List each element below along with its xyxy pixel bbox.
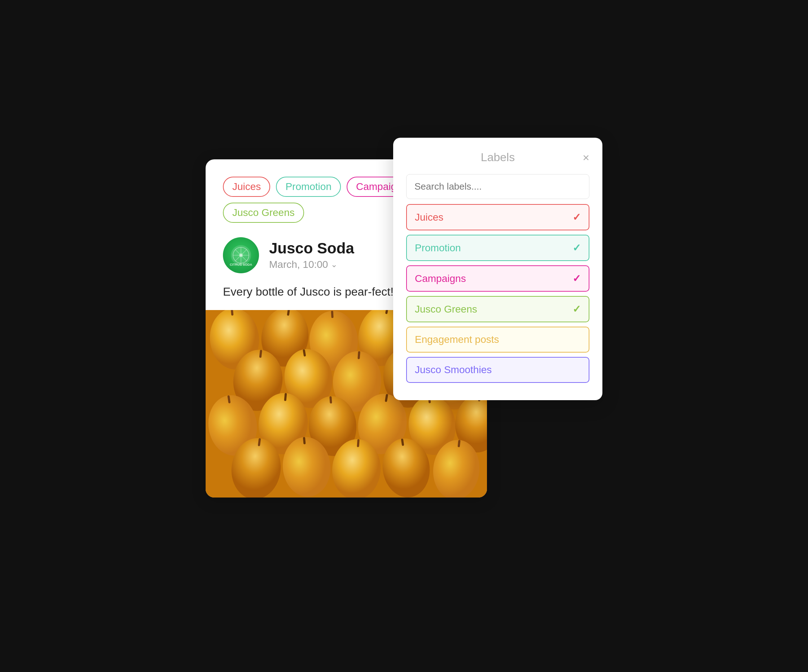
check-campaigns-icon: ✓ — [573, 273, 581, 284]
svg-text:CITRUS SODA: CITRUS SODA — [230, 263, 252, 267]
close-button[interactable]: × — [583, 152, 589, 163]
tag-jusco-greens[interactable]: Jusco Greens — [223, 203, 304, 223]
labels-popup: Labels × Juices ✓ Promotion ✓ Campaigns … — [393, 138, 603, 400]
label-item-smoothies[interactable]: Jusco Smoothies — [406, 357, 589, 383]
label-engagement-text: Engagement posts — [415, 334, 499, 345]
svg-rect-14 — [331, 311, 334, 318]
check-promotion-icon: ✓ — [573, 242, 581, 254]
label-promotion-text: Promotion — [415, 242, 461, 254]
post-meta: Jusco Soda March, 10:00 ⌄ — [269, 240, 354, 270]
label-smoothies-text: Jusco Smoothies — [415, 364, 492, 376]
label-item-engagement[interactable]: Engagement posts — [406, 327, 589, 353]
scene: Juices Promotion Campaigns Jusco Greens — [205, 138, 603, 534]
labels-title: Labels — [481, 151, 515, 164]
search-labels-input[interactable] — [406, 174, 589, 199]
check-jusco-greens-icon: ✓ — [573, 303, 581, 315]
labels-header: Labels × — [406, 151, 589, 164]
label-campaigns-text: Campaigns — [415, 273, 466, 284]
post-date-row: March, 10:00 ⌄ — [269, 259, 354, 270]
label-item-jusco-greens[interactable]: Jusco Greens ✓ — [406, 296, 589, 322]
svg-point-6 — [239, 253, 243, 257]
label-item-juices[interactable]: Juices ✓ — [406, 204, 589, 230]
avatar: CITRUS SODA — [223, 237, 259, 273]
label-juices-text: Juices — [415, 212, 443, 223]
label-item-promotion[interactable]: Promotion ✓ — [406, 235, 589, 261]
post-date: March, 10:00 — [269, 259, 328, 270]
tag-juices[interactable]: Juices — [223, 177, 270, 197]
chevron-down-icon: ⌄ — [331, 260, 337, 269]
tag-promotion[interactable]: Promotion — [276, 177, 341, 197]
label-jusco-greens-text: Jusco Greens — [415, 303, 477, 315]
label-item-campaigns[interactable]: Campaigns ✓ — [406, 265, 589, 292]
check-juices-icon: ✓ — [573, 211, 581, 223]
post-title: Jusco Soda — [269, 240, 354, 257]
